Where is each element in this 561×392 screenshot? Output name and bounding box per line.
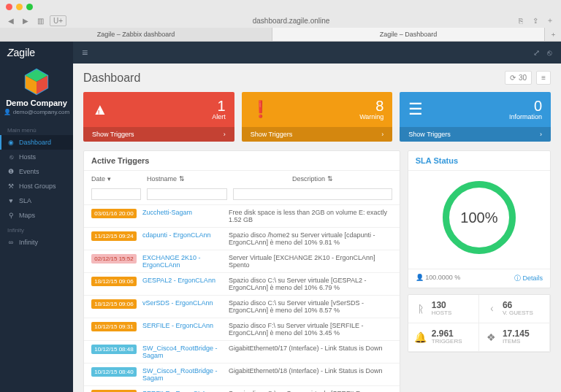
- chevron-right-icon: ›: [540, 131, 542, 138]
- sidebar-item-infinity[interactable]: ∞Infinity: [0, 235, 73, 250]
- new-tab-icon[interactable]: ＋: [545, 15, 555, 26]
- stat-triggers: 🔔2.961TRIGGERS: [408, 323, 479, 352]
- table-row: 11/12/15 09:24cdapunti - ErgonCLAnnSpazi…: [84, 227, 400, 250]
- info-show-triggers[interactable]: Show Triggers›: [400, 127, 551, 142]
- sidebar-item-sla[interactable]: ♥SLA: [0, 193, 73, 208]
- active-triggers-panel: Active Triggers Date ▾ Hostname ⇅ Descri…: [83, 150, 400, 392]
- main-area: ≡ ⤢ ⎋ Dashboard ⟳30 ≡ ▲!1Alert Show Trig…: [73, 42, 561, 392]
- trigger-description: Server Virtuale [EXCHANGE 2K10 - ErgonCL…: [229, 254, 392, 269]
- table-header: Date ▾ Hostname ⇅ Description ⇅: [84, 171, 400, 187]
- panel-title: Active Triggers: [84, 151, 400, 171]
- trigger-description: GigabitEthernet0/17 (Interface) - Link S…: [229, 345, 392, 352]
- host-link[interactable]: Zucchetti-Sagam: [142, 209, 223, 216]
- panel-menu-icon[interactable]: ≡: [536, 71, 551, 85]
- warning-card: ❗8Warning Show Triggers›: [242, 92, 393, 142]
- dashboard-icon: ◉: [7, 139, 15, 146]
- add-tab-button[interactable]: ＋: [545, 28, 561, 41]
- browser-tabs: Zagile – Zabbix dashboard Zagile – Dashb…: [0, 28, 561, 41]
- alert-count: 1: [212, 99, 226, 113]
- host-link[interactable]: cdapunti - ErgonCLAnn: [142, 231, 223, 239]
- hamburger-icon[interactable]: ≡: [82, 47, 88, 58]
- close-window-button[interactable]: [6, 4, 12, 10]
- refresh-icon: ⟳: [510, 74, 516, 82]
- table-row: 10/10/15 10:01SERFILE - ErgonCLAnnSpazio…: [84, 385, 400, 392]
- minimize-window-button[interactable]: [16, 4, 23, 10]
- chevron-right-icon: ›: [224, 131, 226, 138]
- menu-section-label: Infinity: [0, 223, 73, 235]
- summary-cards: ▲!1Alert Show Triggers› ❗8Warning Show T…: [83, 92, 551, 142]
- zoom-window-button[interactable]: [26, 4, 33, 10]
- trigger-description: Spazio disco F:\ su Server virtuale [SER…: [229, 322, 392, 337]
- sidebar-item-hosts[interactable]: ⎋Hosts: [0, 150, 73, 164]
- alert-show-triggers[interactable]: Show Triggers›: [83, 127, 234, 142]
- stat-vguests: ᚲ66V. GUESTS: [479, 295, 550, 323]
- hosts-icon: ᚱ: [414, 302, 427, 315]
- date-badge: 10/12/15 08:48: [91, 345, 137, 354]
- refresh-interval[interactable]: ⟳30: [505, 71, 532, 85]
- browser-chrome: ◀ ▶ ▥ U+ dashboard.zagile.online ⎘ ⇪ ＋ Z…: [0, 0, 561, 42]
- browser-toolbar: ◀ ▶ ▥ U+ dashboard.zagile.online ⎘ ⇪ ＋: [0, 13, 561, 28]
- company-email: 👤demo@company.com: [3, 109, 70, 115]
- col-description[interactable]: Description ⇅: [233, 175, 392, 182]
- stats-panel: ᚱ130HOSTS ᚲ66V. GUESTS 🔔2.961TRIGGERS ❖1…: [408, 294, 551, 353]
- panel-title: SLA Status: [408, 151, 550, 171]
- alert-icon: ▲!: [92, 100, 110, 119]
- menu-section-label: Main menù: [0, 123, 73, 135]
- host-link[interactable]: SW_Cisco4_RootBridge - Sagam: [142, 367, 223, 382]
- host-link[interactable]: EXCHANGE 2K10 - ErgonCLAnn: [142, 254, 223, 269]
- sidebar-item-host-groups[interactable]: ⚒Host Groups: [0, 179, 73, 193]
- reader-icon[interactable]: ⎘: [516, 15, 526, 26]
- filter-date-input[interactable]: [91, 188, 141, 200]
- back-icon[interactable]: ◀: [6, 15, 16, 26]
- hosts-icon: ⎋: [7, 153, 15, 161]
- warning-show-triggers[interactable]: Show Triggers›: [242, 127, 393, 142]
- page-header: Dashboard ⟳30 ≡: [83, 71, 551, 85]
- events-icon: ❶: [7, 168, 15, 175]
- guests-icon: ᚲ: [485, 302, 498, 315]
- brand-logo[interactable]: Zagile: [0, 42, 73, 64]
- share-icon[interactable]: ⇪: [530, 15, 541, 26]
- host-link[interactable]: SERFILE - ErgonCLAnn: [142, 322, 223, 329]
- filter-host-input[interactable]: [147, 188, 227, 200]
- topbar: ≡ ⤢ ⎋: [73, 42, 561, 64]
- sla-details-link[interactable]: ⓘ Details: [514, 274, 543, 283]
- browser-tab[interactable]: Zagile – Zabbix dashboard: [0, 28, 272, 41]
- info-icon: ☰: [408, 100, 423, 119]
- info-count: 0: [509, 99, 542, 113]
- host-link[interactable]: GESPAL2 - ErgonCLAnn: [142, 277, 223, 284]
- host-groups-icon: ⚒: [7, 182, 15, 190]
- company-block: Demo Company 👤demo@company.com: [0, 64, 73, 123]
- infinity-icon: ∞: [7, 239, 15, 246]
- date-badge: 18/12/15 09:06: [91, 277, 137, 286]
- filter-desc-input[interactable]: [233, 188, 392, 200]
- trigger-description: Spazio disco C:\ su Server virtuale [GES…: [229, 277, 392, 291]
- table-row: 18/12/15 09:06vSerSDS - ErgonCLAnnSpazio…: [84, 295, 400, 318]
- sla-gauge: 100%: [443, 181, 516, 254]
- sidebar-item-dashboard[interactable]: ◉Dashboard: [0, 135, 73, 150]
- sidebar-item-events[interactable]: ❶Events: [0, 164, 73, 179]
- date-badge: 11/12/15 09:24: [91, 231, 137, 241]
- table-row: 10/12/15 08:48SW_Cisco4_RootBridge - Sag…: [84, 340, 400, 363]
- table-row: 02/12/15 15:52EXCHANGE 2K10 - ErgonCLAnn…: [84, 250, 400, 272]
- col-date[interactable]: Date ▾: [91, 175, 141, 182]
- browser-tab[interactable]: Zagile – Dashboard: [272, 28, 545, 41]
- col-hostname[interactable]: Hostname ⇅: [147, 175, 227, 182]
- date-badge: 10/12/15 08:40: [91, 367, 137, 377]
- host-link[interactable]: SW_Cisco4_RootBridge - Sagam: [142, 345, 223, 359]
- trigger-description: Spazio disco /home2 su Server virtuale […: [229, 231, 392, 246]
- address-bar[interactable]: dashboard.zagile.online: [71, 17, 511, 25]
- window-titlebar: [0, 0, 561, 13]
- trigger-description: Free disk space is less than 2GB on volu…: [229, 209, 392, 223]
- user-icon: 👤: [4, 109, 11, 115]
- forward-icon[interactable]: ▶: [20, 15, 31, 26]
- sidebar-toggle-icon[interactable]: ▥: [35, 15, 45, 26]
- company-logo-icon: [23, 68, 50, 96]
- alert-card: ▲!1Alert Show Triggers›: [83, 92, 234, 142]
- sla-icon: ♥: [7, 197, 15, 204]
- table-row: 03/01/16 20:00Zucchetti-SagamFree disk s…: [84, 204, 400, 227]
- logout-icon[interactable]: ⎋: [547, 48, 552, 58]
- expand-icon[interactable]: ⤢: [533, 48, 540, 58]
- host-link[interactable]: vSerSDS - ErgonCLAnn: [142, 299, 223, 307]
- table-row: 18/12/15 09:06GESPAL2 - ErgonCLAnnSpazio…: [84, 272, 400, 295]
- sidebar-item-maps[interactable]: ⚲Maps: [0, 208, 73, 223]
